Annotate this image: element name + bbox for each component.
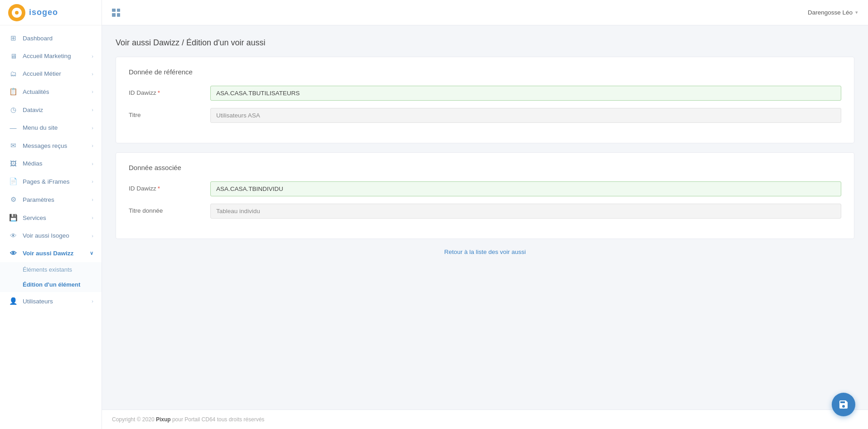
- page-title: Voir aussi Dawizz / Édition d'un voir au…: [116, 38, 854, 48]
- main-content: Darengosse Léo ▾ Voir aussi Dawizz / Édi…: [102, 0, 868, 429]
- sidebar-item-menu-du-site[interactable]: — Menu du site ›: [0, 119, 102, 136]
- section2-title: Donnée associée: [129, 164, 841, 171]
- chevron-right-icon: ›: [92, 107, 93, 112]
- page-content: Voir aussi Dawizz / Édition d'un voir au…: [102, 25, 868, 410]
- titre-donnee-label: Titre donnée: [129, 204, 210, 214]
- sidebar-item-medias[interactable]: 🖼 Médias ›: [0, 155, 102, 172]
- user-icon: 👤: [8, 297, 18, 305]
- sidebar-item-pages-iframes[interactable]: 📄 Pages & iFrames ›: [0, 172, 102, 190]
- sidebar-item-label: Accueil Métier: [23, 70, 92, 77]
- voir-aussi-dawizz-submenu: Éléments existants Édition d'un élément: [0, 262, 102, 292]
- form-row-id1: ID Dawizz*: [129, 86, 841, 101]
- sidebar-item-label: Médias: [23, 160, 92, 167]
- chevron-right-icon: ›: [92, 179, 93, 184]
- topbar: Darengosse Léo ▾: [102, 0, 868, 25]
- sidebar-item-parametres[interactable]: ⚙ Paramètres ›: [0, 190, 102, 209]
- form-row-id2: ID Dawizz*: [129, 181, 841, 196]
- id-dawizz-input-1[interactable]: [210, 86, 841, 101]
- form-row-titre1: Titre: [129, 108, 841, 123]
- footer-brand: Pixup: [156, 416, 171, 423]
- sidebar-item-services[interactable]: 💾 Services ›: [0, 209, 102, 227]
- monitor-icon: 🖥: [8, 52, 18, 60]
- gear-icon: ⚙: [8, 195, 18, 204]
- sidebar-item-label: Voir aussi Dawizz: [23, 250, 90, 257]
- titre-donnee-input: [210, 204, 841, 219]
- page-icon: 📄: [8, 177, 18, 185]
- sidebar-item-label: Dashboard: [23, 35, 93, 42]
- eye-icon: 👁: [8, 232, 18, 239]
- id-dawizz-label-1: ID Dawizz*: [129, 86, 210, 96]
- id-dawizz-label-2: ID Dawizz*: [129, 181, 210, 192]
- sidebar-nav: ⊞ Dashboard 🖥 Accueil Marketing › 🗂 Accu…: [0, 25, 102, 429]
- chevron-right-icon: ›: [92, 215, 93, 220]
- user-menu[interactable]: Darengosse Léo ▾: [808, 9, 858, 16]
- sidebar: isogeo ⊞ Dashboard 🖥 Accueil Marketing ›…: [0, 0, 102, 429]
- chevron-right-icon: ›: [92, 233, 93, 239]
- sidebar-item-label: Services: [23, 214, 92, 221]
- sidebar-item-label: Actualités: [23, 88, 92, 95]
- sidebar-item-voir-aussi-isogeo[interactable]: 👁 Voir aussi Isogeo ›: [0, 227, 102, 244]
- save-icon: [838, 399, 849, 410]
- logo: isogeo: [0, 0, 102, 25]
- titre-label-1: Titre: [129, 108, 210, 118]
- chevron-right-icon: ›: [92, 54, 93, 59]
- logo-icon: [8, 4, 25, 21]
- sidebar-item-label: Dataviz: [23, 107, 92, 113]
- sidebar-item-label: Pages & iFrames: [23, 178, 92, 185]
- news-icon: 📋: [8, 88, 18, 96]
- sidebar-item-messages-recus[interactable]: ✉ Messages reçus ›: [0, 136, 102, 155]
- chevron-down-icon: ∨: [90, 250, 93, 256]
- sidebar-item-label: Voir aussi Isogeo: [23, 232, 92, 239]
- back-link-row: Retour à la liste des voir aussi: [116, 248, 854, 255]
- logo-text: isogeo: [29, 8, 58, 17]
- user-chevron-icon: ▾: [855, 10, 858, 15]
- sidebar-item-label: Messages reçus: [23, 142, 92, 149]
- chevron-right-icon: ›: [92, 71, 93, 77]
- sidebar-item-utilisateurs[interactable]: 👤 Utilisateurs ›: [0, 292, 102, 310]
- sidebar-item-accueil-metier[interactable]: 🗂 Accueil Métier ›: [0, 65, 102, 83]
- save-button[interactable]: [832, 393, 855, 416]
- user-name: Darengosse Léo: [808, 9, 853, 16]
- sidebar-item-label: Menu du site: [23, 124, 92, 131]
- card-donnee-reference: Donnée de référence ID Dawizz* Titre: [116, 57, 854, 143]
- image-icon: 🖼: [8, 160, 18, 167]
- form-row-titre2: Titre donnée: [129, 204, 841, 219]
- chart-icon: ◷: [8, 106, 18, 114]
- sidebar-item-label: Utilisateurs: [23, 298, 92, 305]
- sidebar-item-voir-aussi-dawizz[interactable]: 👁 Voir aussi Dawizz ∨: [0, 244, 102, 262]
- mail-icon: ✉: [8, 141, 18, 150]
- subitem-edition-element[interactable]: Édition d'un élément: [0, 277, 102, 292]
- id-dawizz-input-2[interactable]: [210, 181, 841, 196]
- sidebar-item-accueil-marketing[interactable]: 🖥 Accueil Marketing ›: [0, 47, 102, 65]
- chevron-right-icon: ›: [92, 197, 93, 202]
- sidebar-item-label: Accueil Marketing: [23, 53, 92, 59]
- subitem-elements-existants[interactable]: Éléments existants: [0, 262, 102, 277]
- eye-active-icon: 👁: [8, 249, 18, 257]
- briefcase-icon: 🗂: [8, 70, 18, 78]
- services-icon: 💾: [8, 214, 18, 222]
- back-link[interactable]: Retour à la liste des voir aussi: [444, 249, 526, 255]
- section1-title: Donnée de référence: [129, 68, 841, 76]
- chevron-right-icon: ›: [92, 161, 93, 166]
- chevron-right-icon: ›: [92, 298, 93, 304]
- chevron-right-icon: ›: [92, 125, 93, 131]
- titre-input-1: [210, 108, 841, 123]
- card-donnee-associee: Donnée associée ID Dawizz* Titre donnée: [116, 152, 854, 239]
- sidebar-item-dataviz[interactable]: ◷ Dataviz ›: [0, 101, 102, 119]
- sidebar-item-dashboard[interactable]: ⊞ Dashboard: [0, 29, 102, 47]
- footer: Copyright © 2020 Pixup pour Portail CD64…: [102, 410, 868, 429]
- sidebar-item-label: Paramètres: [23, 196, 92, 203]
- grid-icon[interactable]: [112, 9, 120, 17]
- dashboard-icon: ⊞: [8, 34, 18, 42]
- sidebar-item-actualites[interactable]: 📋 Actualités ›: [0, 83, 102, 101]
- menu-icon: —: [8, 124, 18, 132]
- chevron-right-icon: ›: [92, 143, 93, 148]
- chevron-right-icon: ›: [92, 89, 93, 94]
